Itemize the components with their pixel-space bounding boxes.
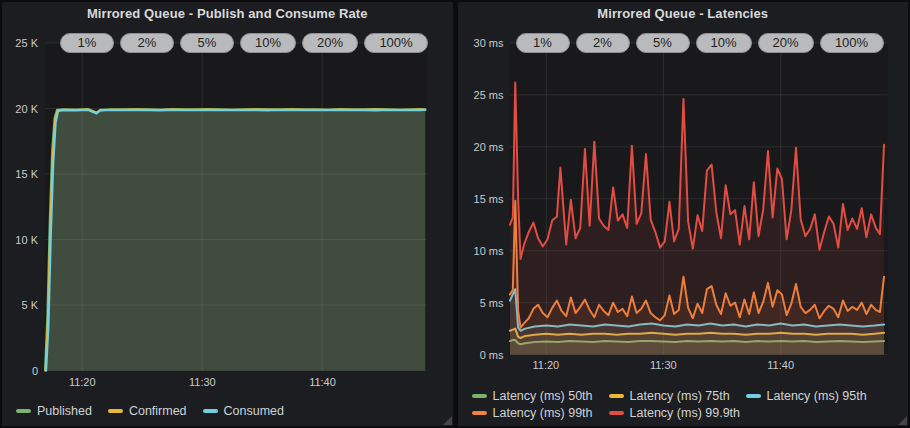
legend-label: Latency (ms) 99th [493,406,593,420]
legend-label: Latency (ms) 50th [493,389,593,403]
chart-canvas[interactable] [458,2,908,426]
x-tick-label: 11:20 [69,376,96,388]
legend-color-swatch [609,394,624,398]
y-tick-label: 10 K [2,234,38,246]
percent-badge-row: 1%2%5%10%20%100% [60,33,428,53]
legend-item-Latency (ms) 75th[interactable]: Latency (ms) 75th [609,389,730,403]
panel-resize-handle[interactable] [443,416,452,425]
legend-color-swatch [472,394,487,398]
percent-badge-2%[interactable]: 2% [120,33,174,53]
panel-title[interactable]: Mirrored Queue - Latencies [458,6,909,21]
y-tick-label: 5 ms [458,297,504,309]
x-tick-label: 11:40 [309,376,336,388]
percent-badge-5%[interactable]: 5% [636,33,690,53]
y-tick-label: 0 ms [458,349,504,361]
percent-badge-row: 1%2%5%10%20%100% [516,33,884,53]
legend-item-Latency (ms) 99.9th[interactable]: Latency (ms) 99.9th [609,406,740,420]
legend-item-Latency (ms) 95th[interactable]: Latency (ms) 95th [746,389,867,403]
x-tick-label: 11:30 [189,376,216,388]
percent-badge-20%[interactable]: 20% [302,33,358,53]
y-tick-label: 20 ms [458,141,504,153]
panel-publish-consume-rate: Mirrored Queue - Publish and Consume Rat… [2,2,453,426]
legend-color-swatch [203,409,218,413]
legend-color-swatch [108,409,123,413]
legend-item-Published[interactable]: Published [16,404,92,418]
y-tick-label: 15 ms [458,193,504,205]
legend-item-Consumed[interactable]: Consumed [203,404,284,418]
legend-label: Latency (ms) 95th [767,389,867,403]
y-tick-label: 5 K [2,299,38,311]
legend-label: Consumed [224,404,284,418]
percent-badge-10%[interactable]: 10% [696,33,752,53]
x-tick-label: 11:20 [533,359,560,371]
chart-legend: Latency (ms) 50thLatency (ms) 75thLatenc… [472,389,867,420]
series-fill-Consumed [46,110,425,371]
y-tick-label: 25 ms [458,89,504,101]
percent-badge-10%[interactable]: 10% [240,33,296,53]
y-tick-label: 10 ms [458,245,504,257]
y-tick-label: 25 K [2,37,38,49]
chart-legend: PublishedConfirmedConsumed [16,404,284,418]
legend-label: Latency (ms) 75th [630,389,730,403]
percent-badge-1%[interactable]: 1% [516,33,570,53]
legend-color-swatch [16,409,31,413]
panel-resize-handle[interactable] [898,416,907,425]
legend-item-Confirmed[interactable]: Confirmed [108,404,187,418]
x-tick-label: 11:40 [767,359,794,371]
legend-item-Latency (ms) 99th[interactable]: Latency (ms) 99th [472,406,593,420]
dashboard: Mirrored Queue - Publish and Consume Rat… [0,0,910,428]
y-tick-label: 20 K [2,103,38,115]
x-tick-label: 11:30 [650,359,677,371]
chart-canvas[interactable] [2,2,452,426]
y-tick-label: 0 [2,365,38,377]
percent-badge-100%[interactable]: 100% [820,33,884,53]
panel-title[interactable]: Mirrored Queue - Publish and Consume Rat… [2,6,453,21]
legend-item-Latency (ms) 50th[interactable]: Latency (ms) 50th [472,389,593,403]
panel-latencies: Mirrored Queue - Latencies 1%2%5%10%20%1… [458,2,909,426]
legend-color-swatch [609,411,624,415]
legend-color-swatch [472,411,487,415]
y-tick-label: 15 K [2,168,38,180]
legend-color-swatch [746,394,761,398]
percent-badge-5%[interactable]: 5% [180,33,234,53]
percent-badge-2%[interactable]: 2% [576,33,630,53]
percent-badge-20%[interactable]: 20% [758,33,814,53]
legend-label: Latency (ms) 99.9th [630,406,740,420]
legend-label: Published [37,404,92,418]
percent-badge-1%[interactable]: 1% [60,33,114,53]
percent-badge-100%[interactable]: 100% [364,33,428,53]
y-tick-label: 30 ms [458,37,504,49]
legend-label: Confirmed [129,404,187,418]
